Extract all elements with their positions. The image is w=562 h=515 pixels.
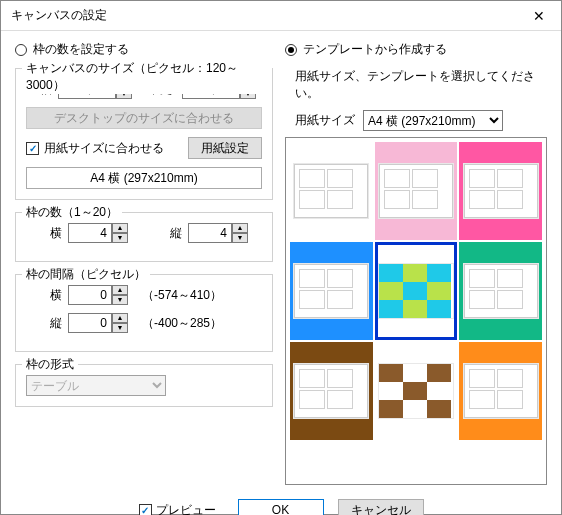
spin-down-icon[interactable]: ▼ bbox=[112, 295, 128, 305]
preview-checkbox[interactable] bbox=[139, 504, 152, 516]
gap-h-input[interactable] bbox=[68, 285, 112, 305]
gap-h-label: 横 bbox=[36, 287, 62, 304]
mode-template-label: テンプレートから作成する bbox=[303, 41, 447, 58]
template-thumb-0[interactable] bbox=[290, 142, 373, 240]
frame-count-group: 枠の数（1～20） 横 ▲▼ 縦 ▲▼ bbox=[15, 212, 273, 262]
frames-v-input[interactable] bbox=[188, 223, 232, 243]
mode-template-radio[interactable]: テンプレートから作成する bbox=[285, 41, 547, 58]
left-panel: 枠の数を設定する キャンバスのサイズ（ピクセル：120～3000） 幅 ▲▼ 高… bbox=[15, 41, 273, 485]
mode-frames-label: 枠の数を設定する bbox=[33, 41, 129, 58]
paper-display: A4 横 (297x210mm) bbox=[26, 167, 262, 189]
canvas-size-title: キャンバスのサイズ（ピクセル：120～3000） bbox=[22, 60, 272, 94]
frames-v-spinner[interactable]: ▲▼ bbox=[188, 223, 248, 243]
template-thumb-6[interactable] bbox=[290, 342, 373, 440]
frame-gap-title: 枠の間隔（ピクセル） bbox=[22, 266, 150, 283]
paper-size-label: 用紙サイズ bbox=[295, 112, 355, 129]
gap-v-spinner[interactable]: ▲▼ bbox=[68, 313, 128, 333]
gap-h-range: （-574～410） bbox=[142, 287, 222, 304]
template-thumb-4[interactable] bbox=[375, 242, 458, 340]
dialog-footer: プレビュー OK キャンセル bbox=[1, 491, 561, 515]
paper-settings-button[interactable]: 用紙設定 bbox=[188, 137, 262, 159]
spin-up-icon[interactable]: ▲ bbox=[112, 223, 128, 233]
frames-h-input[interactable] bbox=[68, 223, 112, 243]
template-thumb-3[interactable] bbox=[290, 242, 373, 340]
window-title: キャンバスの設定 bbox=[11, 7, 107, 24]
radio-icon bbox=[15, 44, 27, 56]
frame-count-title: 枠の数（1～20） bbox=[22, 204, 122, 221]
frame-gap-group: 枠の間隔（ピクセル） 横 ▲▼ （-574～410） 縦 ▲▼ （-400～2 bbox=[15, 274, 273, 352]
gap-h-spinner[interactable]: ▲▼ bbox=[68, 285, 128, 305]
spin-up-icon[interactable]: ▲ bbox=[112, 285, 128, 295]
right-panel: テンプレートから作成する 用紙サイズ、テンプレートを選択してください。 用紙サイ… bbox=[285, 41, 547, 485]
spin-up-icon[interactable]: ▲ bbox=[112, 313, 128, 323]
canvas-size-group: キャンバスのサイズ（ピクセル：120～3000） 幅 ▲▼ 高さ ▲▼ デスクト… bbox=[15, 68, 273, 200]
spin-down-icon[interactable]: ▼ bbox=[112, 323, 128, 333]
template-thumb-1[interactable] bbox=[375, 142, 458, 240]
frame-style-title: 枠の形式 bbox=[22, 356, 78, 373]
mode-frames-radio[interactable]: 枠の数を設定する bbox=[15, 41, 273, 58]
fit-paper-checkbox[interactable] bbox=[26, 142, 39, 155]
template-thumb-7[interactable] bbox=[375, 342, 458, 440]
preview-label: プレビュー bbox=[156, 502, 216, 516]
paper-size-select[interactable]: A4 横 (297x210mm) bbox=[363, 110, 503, 131]
template-hint: 用紙サイズ、テンプレートを選択してください。 bbox=[295, 68, 547, 102]
dialog-window: キャンバスの設定 ✕ 枠の数を設定する キャンバスのサイズ（ピクセル：120～3… bbox=[0, 0, 562, 515]
frame-style-group: 枠の形式 テーブル bbox=[15, 364, 273, 407]
fit-paper-label: 用紙サイズに合わせる bbox=[44, 140, 164, 157]
template-thumb-5[interactable] bbox=[459, 242, 542, 340]
ok-button[interactable]: OK bbox=[238, 499, 324, 515]
frames-v-label: 縦 bbox=[156, 225, 182, 242]
template-thumb-8[interactable] bbox=[459, 342, 542, 440]
frames-h-label: 横 bbox=[36, 225, 62, 242]
spin-down-icon[interactable]: ▼ bbox=[112, 233, 128, 243]
gap-v-range: （-400～285） bbox=[142, 315, 222, 332]
fit-desktop-button: デスクトップのサイズに合わせる bbox=[26, 107, 262, 129]
frames-h-spinner[interactable]: ▲▼ bbox=[68, 223, 128, 243]
gap-v-label: 縦 bbox=[36, 315, 62, 332]
spin-down-icon[interactable]: ▼ bbox=[232, 233, 248, 243]
radio-icon bbox=[285, 44, 297, 56]
gap-v-input[interactable] bbox=[68, 313, 112, 333]
titlebar: キャンバスの設定 ✕ bbox=[1, 1, 561, 31]
template-thumb-2[interactable] bbox=[459, 142, 542, 240]
spin-up-icon[interactable]: ▲ bbox=[232, 223, 248, 233]
close-icon[interactable]: ✕ bbox=[517, 1, 561, 31]
frame-style-select: テーブル bbox=[26, 375, 166, 396]
cancel-button[interactable]: キャンセル bbox=[338, 499, 424, 515]
template-grid[interactable] bbox=[285, 137, 547, 485]
